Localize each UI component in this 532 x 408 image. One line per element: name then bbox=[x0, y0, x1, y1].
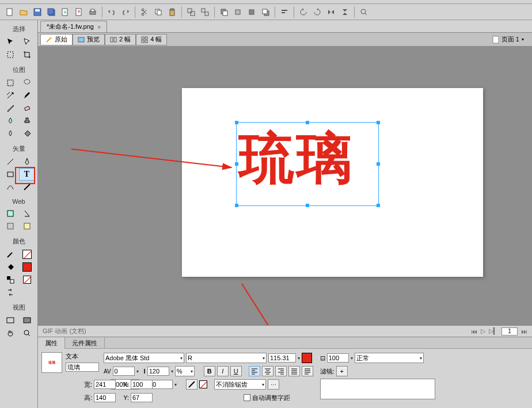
selection-handle[interactable] bbox=[377, 204, 380, 207]
new-doc-button[interactable] bbox=[3, 6, 16, 18]
open-button[interactable] bbox=[17, 6, 30, 18]
leading-unit-dropdown[interactable]: %▾ bbox=[175, 366, 195, 376]
tab-symbol-properties[interactable]: 元件属性 bbox=[65, 337, 105, 349]
x-input[interactable] bbox=[131, 380, 153, 389]
no-color[interactable] bbox=[19, 273, 35, 286]
view-tab-original[interactable]: 原始 bbox=[40, 34, 73, 45]
screen-mode2-button[interactable] bbox=[19, 314, 35, 327]
pointer-tool[interactable] bbox=[2, 36, 18, 48]
document-tab[interactable]: *未命名-1.fw.png × bbox=[40, 21, 107, 32]
zoom-button[interactable] bbox=[358, 6, 370, 18]
font-size-input[interactable] bbox=[268, 353, 296, 363]
align-justify-button[interactable] bbox=[288, 366, 300, 376]
kerning-input[interactable] bbox=[113, 367, 135, 376]
antialias-settings-button[interactable]: ⋯ bbox=[268, 379, 279, 390]
scale-tool[interactable] bbox=[2, 48, 18, 61]
pencil-tool[interactable] bbox=[2, 102, 18, 115]
underline-button[interactable]: U bbox=[230, 366, 242, 376]
undo-button[interactable] bbox=[105, 6, 118, 18]
rotate-left-button[interactable] bbox=[297, 6, 310, 18]
flip-h-button[interactable] bbox=[325, 6, 337, 18]
send-back-button[interactable] bbox=[259, 6, 272, 18]
kerning-stepper[interactable]: ▾ bbox=[136, 369, 139, 374]
baseline-shift-input[interactable] bbox=[151, 380, 173, 389]
leading-input[interactable] bbox=[147, 367, 169, 376]
text-selection-box[interactable]: 琉璃 bbox=[236, 122, 379, 206]
group-button[interactable] bbox=[185, 6, 197, 18]
bold-button[interactable]: B bbox=[204, 366, 215, 376]
baseline-stepper[interactable]: ▾ bbox=[174, 382, 177, 387]
italic-button[interactable]: I bbox=[217, 366, 229, 376]
marquee-tool[interactable] bbox=[2, 77, 18, 89]
width-input[interactable] bbox=[94, 380, 116, 389]
frame-number-input[interactable] bbox=[501, 327, 518, 335]
hand-tool[interactable] bbox=[2, 327, 18, 340]
hide-slice-button[interactable] bbox=[2, 220, 18, 232]
paste-button[interactable] bbox=[166, 6, 178, 18]
send-backward-button[interactable] bbox=[245, 6, 258, 18]
fill-swatch[interactable] bbox=[19, 261, 35, 273]
selection-handle[interactable] bbox=[235, 162, 238, 166]
stroke-picker[interactable] bbox=[186, 379, 197, 390]
nav-first-icon[interactable]: ⏮ bbox=[471, 328, 477, 335]
swap-colors[interactable] bbox=[2, 286, 18, 299]
stroke-none-swatch[interactable] bbox=[199, 380, 207, 388]
eyedrop-tool[interactable] bbox=[2, 127, 18, 140]
tab-properties[interactable]: 属性 bbox=[38, 337, 65, 349]
crop-tool[interactable] bbox=[19, 48, 35, 61]
opacity-input[interactable] bbox=[327, 353, 349, 363]
selection-handle[interactable] bbox=[306, 121, 309, 124]
text-color-swatch[interactable] bbox=[302, 353, 312, 363]
default-colors[interactable] bbox=[2, 273, 18, 286]
show-slice-button[interactable] bbox=[19, 220, 35, 232]
import-button[interactable] bbox=[59, 6, 71, 18]
nav-last-icon[interactable]: ⏭ bbox=[521, 328, 527, 335]
object-name-input[interactable] bbox=[66, 363, 99, 372]
save-button[interactable] bbox=[31, 6, 44, 18]
align-left-button[interactable] bbox=[249, 366, 260, 376]
rotate-right-button[interactable] bbox=[311, 6, 324, 18]
add-filter-button[interactable]: + bbox=[336, 366, 348, 376]
canvas-text-object[interactable]: 琉璃 bbox=[239, 125, 354, 191]
opacity-stepper[interactable]: ▾ bbox=[351, 356, 353, 361]
view-tab-preview[interactable]: 预览 bbox=[73, 34, 105, 45]
redo-button[interactable] bbox=[119, 6, 132, 18]
leading-stepper[interactable]: ▾ bbox=[171, 369, 173, 374]
align-right-button[interactable] bbox=[275, 366, 287, 376]
antialias-dropdown[interactable]: 不消除锯齿▾ bbox=[214, 379, 266, 390]
close-tab-icon[interactable]: × bbox=[97, 24, 101, 30]
blur-tool[interactable] bbox=[2, 115, 18, 127]
align-stretch-button[interactable] bbox=[302, 366, 313, 376]
font-family-dropdown[interactable]: Adobe 黑体 Std▾ bbox=[104, 353, 184, 363]
ungroup-button[interactable] bbox=[199, 6, 211, 18]
bucket-tool[interactable] bbox=[19, 127, 35, 140]
lasso-tool[interactable] bbox=[19, 77, 35, 89]
eraser-tool[interactable] bbox=[19, 102, 35, 115]
height-input[interactable] bbox=[94, 393, 116, 402]
selection-handle[interactable] bbox=[235, 204, 238, 207]
line-tool[interactable] bbox=[2, 155, 18, 168]
canvas-area[interactable]: 琉璃 bbox=[38, 47, 532, 325]
wand-tool[interactable] bbox=[2, 89, 18, 102]
flip-v-button[interactable] bbox=[339, 6, 351, 18]
fill-color[interactable] bbox=[2, 261, 18, 273]
stroke-color[interactable] bbox=[2, 248, 18, 261]
bring-forward-button[interactable] bbox=[231, 6, 244, 18]
selection-handle[interactable] bbox=[306, 204, 309, 207]
copy-button[interactable] bbox=[152, 6, 165, 18]
stroke-swatch[interactable] bbox=[19, 248, 35, 261]
save-all-button[interactable] bbox=[45, 6, 58, 18]
nav-play-icon[interactable]: ▷ bbox=[481, 327, 485, 335]
pen-tool[interactable] bbox=[19, 155, 35, 168]
page-indicator[interactable]: 页面 1 ▾ bbox=[487, 35, 530, 44]
export-button[interactable] bbox=[73, 6, 85, 18]
cut-button[interactable] bbox=[138, 6, 151, 18]
selection-handle[interactable] bbox=[377, 162, 380, 166]
canvas[interactable]: 琉璃 bbox=[182, 88, 483, 277]
subselect-tool[interactable] bbox=[19, 36, 35, 48]
auto-kern-checkbox[interactable] bbox=[244, 394, 250, 401]
brush-tool[interactable] bbox=[19, 89, 35, 102]
view-tab-4up[interactable]: 4 幅 bbox=[136, 34, 167, 45]
font-size-stepper[interactable]: ▾ bbox=[298, 356, 300, 361]
selection-handle[interactable] bbox=[377, 121, 380, 124]
